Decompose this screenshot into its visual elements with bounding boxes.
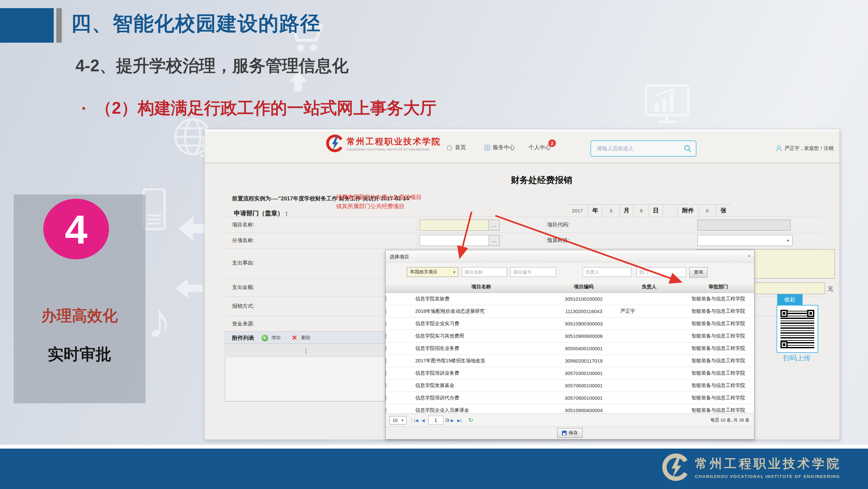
radio-icon[interactable] [386,345,386,351]
search-input[interactable] [591,145,683,152]
next-page-icon[interactable]: ▶ [451,418,454,423]
left-arrow-small-icon [176,278,204,299]
table-row[interactable]: 2017年图书馆15楼招生场地改造 30560200117019 智能装备与信息… [386,355,754,367]
red-annotation-line1: 经费来源限定为办事人负责的项目 [336,193,422,202]
filter-project-name-input[interactable] [462,267,507,277]
radio-icon[interactable] [386,395,386,401]
last-page-icon[interactable]: ▶| [457,418,462,423]
attachment-delete-button[interactable]: 删除 [301,335,310,341]
nav-personal[interactable]: 个人中心 2 [529,144,551,151]
school-logo-cn: 常州工程职业技术学院 [347,136,441,147]
school-logo-en: CHANGZHOU VOCATIONAL INSTITUTE OF ENGINE… [347,148,441,151]
nav-services[interactable]: 服务中心 [484,144,515,151]
table-row[interactable]: 信息学院实习其他费用 30510900600006 智能装备与信息工程学院 [386,330,754,342]
table-row[interactable]: 信息学院发展基金 30570600100001 智能装备与信息工程学院 [386,379,754,392]
qr-code-image [780,310,814,348]
field-label-reimburse-method: 报销方式: [232,303,254,310]
date-day: 9 [633,205,649,216]
divider [224,217,820,217]
footer-school-en: CHANGZHOU VOCATIONAL INSTITUTE OF ENGINE… [695,474,841,479]
table-row[interactable]: 信息学院招生业务费 30550400100001 智能装备与信息工程学院 [386,342,754,355]
filter-project-code-input[interactable] [510,267,556,277]
dialog-table-header: 项目名称 项目编码 负责人 审批部门 [386,281,754,293]
delete-icon[interactable]: ✕ [291,334,298,342]
refresh-icon[interactable]: ↻ [468,417,473,424]
footer-school-cn: 常州工程职业技术学院 [695,455,841,472]
slide-bullet-text: （2）构建满足行政工作的一站式网上事务大厅 [95,97,436,120]
radio-icon[interactable] [386,358,386,364]
dialog-titlebar[interactable]: 选择项目 × [386,250,754,264]
webapp-screenshot: 常州工程职业技术学院 CHANGZHOU VOCATIONAL INSTITUT… [205,129,840,440]
project-name-input[interactable]: … [420,220,500,231]
dialog-save-bar: 保存 [386,427,754,439]
step-number: 4 [65,206,88,253]
save-button[interactable]: 保存 [557,428,583,438]
table-row[interactable]: 信息学院差旅费 30510100200002 智能装备与信息工程学院 [386,293,754,305]
table-row[interactable]: 信息学院培训代办费 30570800100001 智能装备与信息工程学院 [386,392,754,404]
sub-item-picker-button[interactable]: … [489,235,499,246]
project-code-input[interactable] [698,220,790,231]
attachment-table-header: 文件 [224,344,385,358]
search-icon[interactable] [683,144,692,153]
process-search-box[interactable] [590,140,696,157]
close-icon[interactable]: × [748,253,751,259]
step-caption-1: 办理高效化 [14,306,146,326]
title-accent-bar [56,8,62,43]
user-welcome[interactable]: 严正宇，欢迎您！注销 [775,145,834,152]
radio-icon[interactable] [386,407,386,413]
chevron-down-icon: ▼ [453,270,456,274]
bullet-marker-icon: • [82,103,86,114]
radio-icon[interactable] [386,382,386,389]
table-row[interactable]: 信息学院培训业务费 30570300100001 智能装备与信息工程学院 [386,367,754,379]
query-button[interactable]: 查询 [689,267,708,278]
add-icon[interactable]: + [261,335,268,341]
slide: ♪ 四、智能化校园建设的路径 4-2、提升学校治理，服务管理信息化 • （2）构… [0,0,868,489]
attachment-list-label: 附件列表 [232,334,254,342]
step-caption-2: 实时审批 [14,344,146,365]
radio-icon[interactable] [386,370,386,376]
qr-finder-icon [780,310,787,317]
slide-title: 四、智能化校园建设的路径 [71,10,321,37]
attach-label: 附件 [677,205,699,216]
col-project-name: 项目名称 [411,284,552,290]
field-label-project-code: 项目代码: [547,222,569,228]
home-icon [446,144,453,151]
table-row[interactable]: 2016年输配电价改动态进展研究 11130200116043 严正宇 智能装备… [386,305,754,318]
page-size-select[interactable]: 10 ▼ [390,416,406,425]
radio-icon[interactable] [386,321,386,327]
nav-home[interactable]: 首页 [446,144,466,151]
date-row: 2017 年 3 月 9 日 附件 0 张 [567,204,731,216]
table-row[interactable]: 信息学院企业实习费 30510900300003 智能装备与信息工程学院 [386,318,754,330]
divider [546,217,546,248]
dialog-table-rows: 信息学院差旅费 30510100200002 智能装备与信息工程学院 2016年… [386,293,754,417]
divider [224,401,385,402]
col-dept: 审批部门 [682,284,754,290]
radio-icon[interactable] [386,296,386,302]
select-all-checkbox[interactable] [306,348,306,354]
slide-subtitle: 4-2、提升学校治理，服务管理信息化 [75,55,348,77]
scope-select[interactable]: 和我相关项目 ▼ [407,267,458,277]
radio-icon[interactable] [386,333,386,339]
first-page-icon[interactable]: |◀ [414,418,418,423]
page-title: 财务处经费报销 [496,174,587,186]
red-annotation: 经费来源限定为办事人负责的项目 或其所属部门公共经费项目 [336,193,422,211]
filter-dept-input[interactable] [636,267,686,277]
budget-subject-select[interactable]: ▼ [698,235,793,246]
footer-divider [0,445,868,449]
qr-code-box [777,305,818,353]
page-number-input[interactable] [428,416,443,425]
project-name-picker-button[interactable]: … [489,220,499,230]
date-day-unit: 日 [649,205,663,216]
attachment-add-button[interactable]: 增加 [272,335,281,341]
school-logo-icon [326,135,343,152]
qr-collapse-tab[interactable]: 收起 [777,294,803,305]
field-label-expense-reason: 支出事由: [232,260,254,266]
prev-page-icon[interactable]: ◀ [422,418,425,423]
field-label-fund-source: 资金来源: [232,321,254,327]
amount-unit-label: 元 [828,285,833,292]
filter-owner-input[interactable] [583,267,631,277]
sub-item-input[interactable]: … [420,235,500,246]
page-total-label: /3 [445,418,449,423]
radio-icon[interactable] [386,308,386,314]
nav-services-label: 服务中心 [493,144,515,151]
